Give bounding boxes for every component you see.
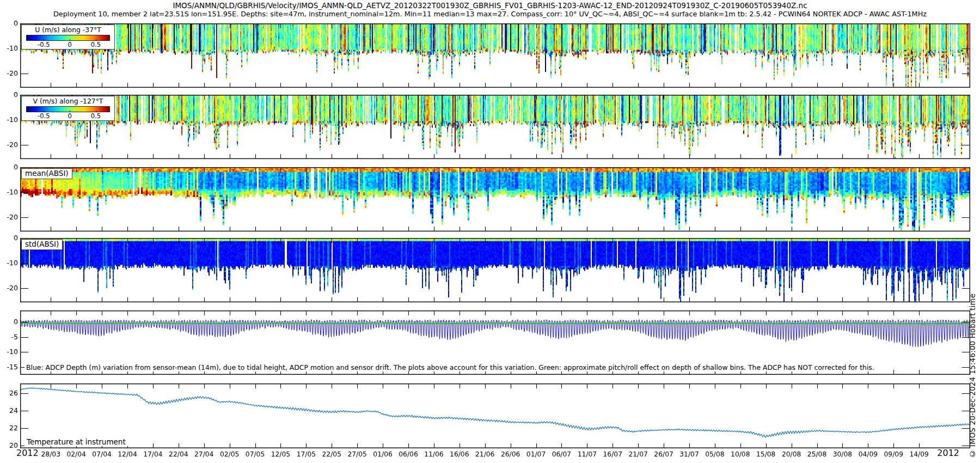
std-absi-label: std(ABSI) [21, 239, 63, 250]
colorbar-tick-label: -0.5 [38, 41, 50, 48]
year-label-left: 2012 [16, 448, 39, 458]
panel-u-velocity: U (m/s) along -37°T -0.500.5 [20, 23, 970, 88]
u-colorbar-ticks: -0.500.5 [26, 41, 110, 49]
y-tick-label: 0 [0, 234, 18, 242]
y-tick-label: -10 [0, 188, 18, 196]
colorbar-tick-label: 0.5 [91, 41, 101, 48]
colorbar-tick-label: 0 [68, 112, 71, 120]
temperature-plot [20, 383, 970, 448]
y-tick-label: -20 [0, 141, 18, 149]
v-colorbar-legend: V (m/s) along -127°T -0.500.5 [21, 96, 115, 121]
depth-annotation: Blue: ADCP Depth (m) variation from sens… [24, 363, 876, 371]
y-tick-label: 0 [0, 318, 18, 326]
y-tick-label: 26 [0, 389, 18, 397]
y-tick-label: -10 [0, 348, 18, 356]
temperature-label: Temperature at instrument [24, 437, 128, 446]
panel-depth-variation: Blue: ADCP Depth (m) variation from sens… [20, 310, 970, 375]
y-tick-label: 0 [0, 163, 18, 171]
colorbar-tick-label: 0 [68, 41, 71, 48]
y-tick-label: 22 [0, 424, 18, 432]
y-tick-label: 24 [0, 407, 18, 415]
y-tick-label: -20 [0, 284, 18, 292]
y-tick-label: 0 [0, 91, 18, 99]
u-colorbar-legend: U (m/s) along -37°T -0.500.5 [21, 25, 115, 50]
colorbar-tick-label: 0.5 [91, 112, 101, 120]
panel-v-velocity: V (m/s) along -127°T -0.500.5 [20, 95, 970, 159]
y-tick-label: -20 [0, 70, 18, 77]
y-tick-label: -10 [0, 259, 18, 267]
y-tick-label: -10 [0, 45, 18, 52]
imos-copyright-watermark: © IMOS 20-Dec-2024 15:46:00 Hobart time [969, 271, 978, 458]
y-tick-label: -15 [0, 363, 18, 371]
y-tick-label: 20 [0, 442, 18, 449]
mean-absi-heatmap [20, 167, 970, 232]
v-velocity-heatmap [20, 95, 970, 159]
v-colorbar-gradient [26, 106, 110, 112]
v-colorbar-ticks: -0.500.5 [26, 112, 110, 120]
mean-absi-label: mean(ABSI) [21, 168, 72, 179]
colorbar-tick-label: -0.5 [38, 112, 50, 120]
y-tick-label: -5 [0, 333, 18, 341]
y-tick-label: 0 [0, 20, 18, 27]
figure-subtitle: Deployment 10, member 2 lat=23.51S lon=1… [0, 10, 980, 18]
std-absi-heatmap [20, 238, 970, 302]
panel-mean-absi: mean(ABSI) [20, 167, 970, 232]
u-legend-title: U (m/s) along -37°T [22, 25, 114, 34]
adcp-deployment-figure: IMOS/ANMN/QLD/GBRHIS/Velocity/IMOS_ANMN-… [0, 0, 980, 463]
y-tick-label: -20 [0, 214, 18, 221]
panel-std-absi: std(ABSI) [20, 238, 970, 302]
u-velocity-heatmap [20, 23, 970, 88]
y-tick-label: -10 [0, 116, 18, 124]
v-legend-title: V (m/s) along -127°T [22, 96, 114, 105]
panel-temperature: Temperature at instrument [20, 383, 970, 448]
year-label-right: 2012 [924, 448, 959, 458]
figure-title: IMOS/ANMN/QLD/GBRHIS/Velocity/IMOS_ANMN-… [0, 1, 980, 10]
u-colorbar-gradient [26, 35, 110, 41]
